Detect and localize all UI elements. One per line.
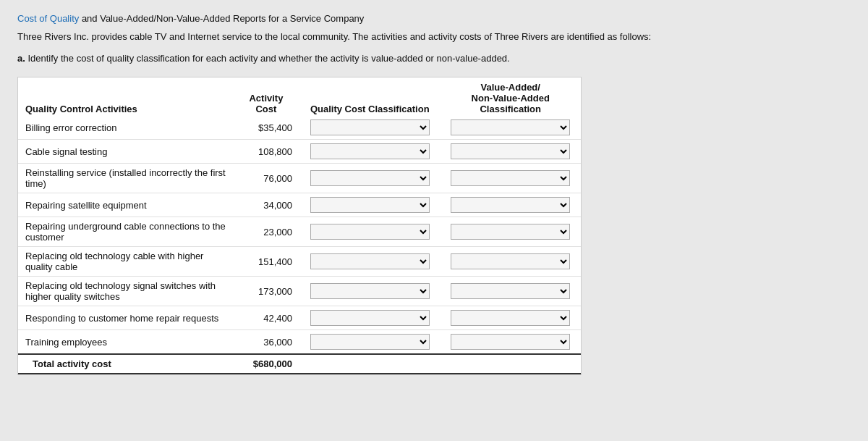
value-added-select[interactable]: Value-addedNon-value-added xyxy=(451,143,570,159)
table-row: Billing error correction$35,400Preventio… xyxy=(18,116,581,140)
value-added-select[interactable]: Value-addedNon-value-added xyxy=(451,119,570,135)
quality-cost-dropdown-cell[interactable]: PreventionAppraisalInternal failureExter… xyxy=(299,140,441,164)
instruction: a. Identify the cost of quality classifi… xyxy=(17,51,851,66)
description: Three Rivers Inc. provides cable TV and … xyxy=(17,30,851,44)
activity-cell: Repairing satellite equipment xyxy=(18,193,233,217)
quality-cost-select[interactable]: PreventionAppraisalInternal failureExter… xyxy=(310,283,430,299)
value-added-dropdown-cell[interactable]: Value-addedNon-value-added xyxy=(440,116,581,140)
value-added-dropdown-cell[interactable]: Value-addedNon-value-added xyxy=(440,247,581,277)
table-row: Responding to customer home repair reque… xyxy=(18,306,581,330)
cost-cell: 151,400 xyxy=(233,247,299,277)
quality-cost-select[interactable]: PreventionAppraisalInternal failureExter… xyxy=(310,170,430,186)
col-header-quality-cost: Quality Cost Classification xyxy=(299,77,441,116)
instruction-label: a. xyxy=(17,53,25,64)
cost-cell: 108,800 xyxy=(233,140,299,164)
table-row: Repairing underground cable connections … xyxy=(18,217,581,247)
activity-cell: Training employees xyxy=(18,330,233,355)
total-empty-1 xyxy=(299,354,441,374)
value-added-dropdown-cell[interactable]: Value-addedNon-value-added xyxy=(440,306,581,330)
total-label: Total activity cost xyxy=(18,354,233,374)
value-added-select[interactable]: Value-addedNon-value-added xyxy=(451,224,570,240)
cost-cell: 76,000 xyxy=(233,164,299,193)
total-empty-2 xyxy=(440,354,581,374)
value-added-select[interactable]: Value-addedNon-value-added xyxy=(451,170,570,186)
quality-cost-dropdown-cell[interactable]: PreventionAppraisalInternal failureExter… xyxy=(299,217,441,247)
quality-cost-select[interactable]: PreventionAppraisalInternal failureExter… xyxy=(310,197,430,213)
value-added-dropdown-cell[interactable]: Value-addedNon-value-added xyxy=(440,140,581,164)
quality-cost-select[interactable]: PreventionAppraisalInternal failureExter… xyxy=(310,119,430,135)
quality-cost-dropdown-cell[interactable]: PreventionAppraisalInternal failureExter… xyxy=(299,116,441,140)
value-added-select[interactable]: Value-addedNon-value-added xyxy=(451,283,570,299)
activity-cell: Replacing old technology cable with high… xyxy=(18,247,233,277)
quality-cost-dropdown-cell[interactable]: PreventionAppraisalInternal failureExter… xyxy=(299,277,441,306)
quality-cost-dropdown-cell[interactable]: PreventionAppraisalInternal failureExter… xyxy=(299,330,441,355)
col-header-value-added: Value-Added/Non-Value-AddedClassificatio… xyxy=(440,77,581,116)
table-row: Training employees36,000PreventionApprai… xyxy=(18,330,581,355)
table-row: Cable signal testing108,800PreventionApp… xyxy=(18,140,581,164)
main-table-wrapper: Quality Control Activities ActivityCost … xyxy=(17,77,582,375)
value-added-select[interactable]: Value-addedNon-value-added xyxy=(451,197,570,213)
activity-cell: Billing error correction xyxy=(18,116,233,140)
activity-cell: Responding to customer home repair reque… xyxy=(18,306,233,330)
cost-cell: $35,400 xyxy=(233,116,299,140)
value-added-select[interactable]: Value-addedNon-value-added xyxy=(451,253,570,269)
total-cost: $680,000 xyxy=(233,354,299,374)
quality-cost-dropdown-cell[interactable]: PreventionAppraisalInternal failureExter… xyxy=(299,164,441,193)
quality-cost-dropdown-cell[interactable]: PreventionAppraisalInternal failureExter… xyxy=(299,247,441,277)
value-added-select[interactable]: Value-addedNon-value-added xyxy=(451,334,570,350)
table-row: Replacing old technology cable with high… xyxy=(18,247,581,277)
col-header-quality-control: Quality Control Activities xyxy=(18,77,233,116)
value-added-select[interactable]: Value-addedNon-value-added xyxy=(451,310,570,326)
cost-cell: 42,400 xyxy=(233,306,299,330)
cost-cell: 36,000 xyxy=(233,330,299,355)
activity-cell: Replacing old technology signal switches… xyxy=(18,277,233,306)
page-title: Cost of Quality and Value-Added/Non-Valu… xyxy=(17,13,851,24)
value-added-dropdown-cell[interactable]: Value-addedNon-value-added xyxy=(440,217,581,247)
cost-cell: 23,000 xyxy=(233,217,299,247)
quality-cost-select[interactable]: PreventionAppraisalInternal failureExter… xyxy=(310,253,430,269)
quality-cost-select[interactable]: PreventionAppraisalInternal failureExter… xyxy=(310,310,430,326)
value-added-dropdown-cell[interactable]: Value-addedNon-value-added xyxy=(440,277,581,306)
quality-table: Quality Control Activities ActivityCost … xyxy=(18,77,581,374)
quality-cost-select[interactable]: PreventionAppraisalInternal failureExter… xyxy=(310,224,430,240)
total-row: Total activity cost$680,000 xyxy=(18,354,581,374)
activity-cell: Repairing underground cable connections … xyxy=(18,217,233,247)
activity-cell: Cable signal testing xyxy=(18,140,233,164)
col-header-activity-cost: ActivityCost xyxy=(233,77,299,116)
table-body: Billing error correction$35,400Preventio… xyxy=(18,116,581,374)
value-added-dropdown-cell[interactable]: Value-addedNon-value-added xyxy=(440,193,581,217)
cost-cell: 173,000 xyxy=(233,277,299,306)
table-row: Repairing satellite equipment34,000Preve… xyxy=(18,193,581,217)
quality-cost-select[interactable]: PreventionAppraisalInternal failureExter… xyxy=(310,143,430,159)
table-row: Replacing old technology signal switches… xyxy=(18,277,581,306)
header-row-1: Quality Control Activities ActivityCost … xyxy=(18,77,581,116)
table-row: Reinstalling service (installed incorrec… xyxy=(18,164,581,193)
value-added-dropdown-cell[interactable]: Value-addedNon-value-added xyxy=(440,164,581,193)
value-added-dropdown-cell[interactable]: Value-addedNon-value-added xyxy=(440,330,581,355)
cost-cell: 34,000 xyxy=(233,193,299,217)
quality-cost-dropdown-cell[interactable]: PreventionAppraisalInternal failureExter… xyxy=(299,306,441,330)
activity-cell: Reinstalling service (installed incorrec… xyxy=(18,164,233,193)
quality-cost-select[interactable]: PreventionAppraisalInternal failureExter… xyxy=(310,334,430,350)
title-highlight: Cost of Quality xyxy=(17,13,79,24)
quality-cost-dropdown-cell[interactable]: PreventionAppraisalInternal failureExter… xyxy=(299,193,441,217)
